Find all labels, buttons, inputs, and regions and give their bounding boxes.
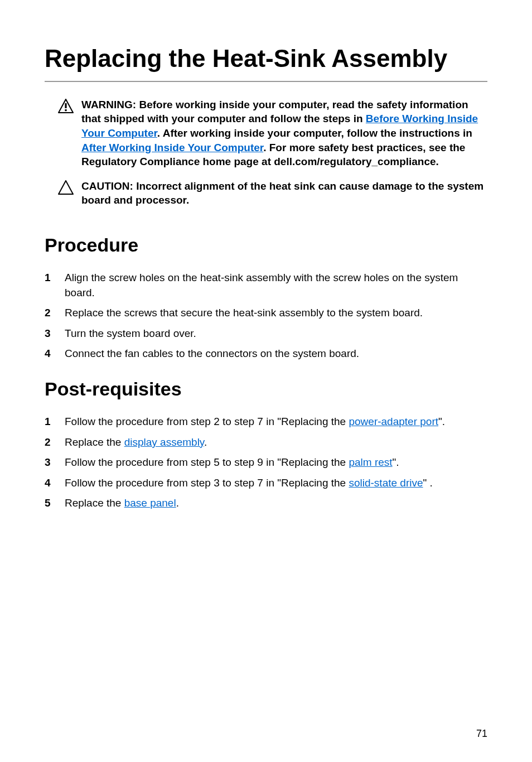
list-item: Replace the screws that secure the heat-… (45, 306, 487, 321)
list-item: Replace the base panel. (45, 496, 487, 511)
svg-marker-3 (59, 181, 73, 194)
caution-icon (58, 180, 74, 197)
list-item: Follow the procedure from step 2 to step… (45, 414, 487, 430)
after-working-link[interactable]: After Working Inside Your Computer (81, 142, 263, 153)
list-item: Align the screw holes on the heat-sink a… (45, 271, 487, 300)
list-item: Follow the procedure from step 3 to step… (45, 476, 487, 491)
solid-state-drive-link[interactable]: solid-state drive (349, 477, 423, 489)
caution-block: CAUTION: Incorrect alignment of the heat… (45, 179, 487, 208)
page-title: Replacing the Heat-Sink Assembly (45, 45, 487, 82)
display-assembly-link[interactable]: display assembly (124, 436, 204, 448)
list-item: Replace the display assembly. (45, 435, 487, 450)
list-item: Turn the system board over. (45, 326, 487, 341)
power-adapter-port-link[interactable]: power-adapter port (349, 416, 438, 427)
svg-rect-1 (65, 103, 66, 108)
list-item: Follow the procedure from step 5 to step… (45, 455, 487, 470)
page-number: 71 (476, 728, 487, 740)
caution-text: CAUTION: Incorrect alignment of the heat… (81, 179, 487, 208)
list-item: Connect the fan cables to the connectors… (45, 346, 487, 361)
warning-icon (58, 99, 74, 115)
postreq-heading: Post-requisites (45, 378, 487, 400)
warning-block: WARNING: Before working inside your comp… (45, 98, 487, 169)
procedure-list: Align the screw holes on the heat-sink a… (45, 271, 487, 361)
warning-text: WARNING: Before working inside your comp… (81, 98, 487, 169)
procedure-heading: Procedure (45, 234, 487, 256)
base-panel-link[interactable]: base panel (124, 497, 176, 509)
palm-rest-link[interactable]: palm rest (349, 456, 392, 468)
postreq-list: Follow the procedure from step 2 to step… (45, 414, 487, 511)
svg-rect-2 (65, 109, 66, 111)
